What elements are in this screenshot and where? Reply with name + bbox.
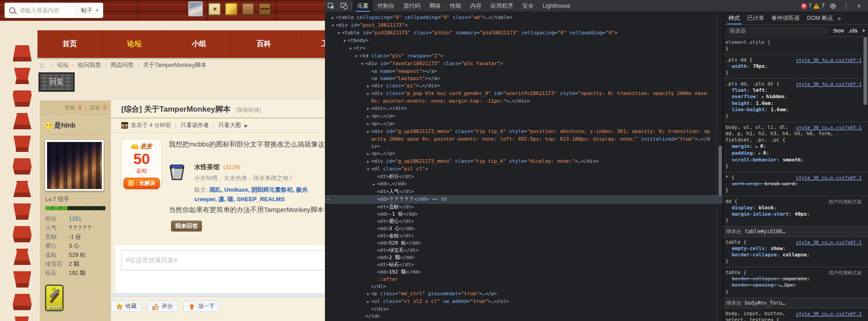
bump-button[interactable]: 顶一下 [183, 301, 220, 312]
elements-tree-node[interactable]: ▼<td class="pls" rowspan="2"> [325, 52, 723, 60]
expand-value-arrow-icon[interactable]: ▶ [780, 283, 784, 288]
elements-tree-node[interactable]: <dd>？？？？？</dd> == $0⋯ [325, 195, 723, 203]
toggle-hover-button[interactable]: :hov [833, 28, 844, 34]
author-username[interactable]: 是hlnb [54, 121, 76, 130]
tab-performance[interactable]: 性能 [445, 0, 466, 12]
elements-tree-node[interactable]: ▶<div id="g_up18621173_menu" class="tip … [325, 158, 723, 165]
expand-arrow-icon[interactable]: ▶ [365, 105, 371, 113]
moderator-links[interactable]: creeper, 凛, 喵, SHEEP_REALMS [194, 196, 285, 203]
play-arrow-icon[interactable]: ▶ [244, 123, 248, 128]
elements-tree-node[interactable]: <dd>529 粒</dd> [325, 240, 723, 247]
home-icon[interactable]: ⌂ [40, 61, 44, 69]
elements-tree-node[interactable]: </td> [325, 313, 723, 320]
elements-tree-node[interactable]: <a name="lastpost"></a> [325, 75, 723, 82]
kebab-menu-icon[interactable]: ⋮ [841, 2, 852, 9]
elements-tree-node[interactable]: <a name="newpost"></a> [325, 68, 723, 75]
elements-tree-node[interactable]: <dd>-1 份</dd> [325, 211, 723, 218]
css-rule[interactable]: style_30_co…n.css?x6f:1table {empty-cell… [723, 237, 868, 267]
elements-tree-node[interactable]: ▼<dl class="pil cl"> [325, 165, 723, 173]
elements-tree-node[interactable]: <dt>积分</dt> [325, 173, 723, 180]
css-property[interactable]: empty-cells: show; [725, 245, 862, 252]
css-property[interactable]: line-height: 1.6em; [725, 107, 862, 113]
stylesheet-link[interactable]: style_30_fo…d.css?x6f:1 [796, 57, 862, 63]
console-warnings-badge[interactable]: 7 [813, 3, 825, 9]
only-image-link[interactable]: 只看大图 [218, 122, 241, 129]
elements-tree-node[interactable]: <dt>爱心</dt> [325, 218, 723, 225]
elements-tree-node[interactable]: <dd>3 心</dd> [325, 225, 723, 232]
expand-arrow-icon[interactable]: ▶ [371, 181, 377, 188]
chevron-down-icon[interactable]: ▼ [95, 8, 103, 13]
breadcrumb-subforum[interactable]: 周边问答 [110, 61, 134, 69]
css-property[interactable]: float: left; [725, 87, 862, 94]
device-toolbar-icon[interactable] [338, 0, 350, 12]
styles-filter-input[interactable]: 筛选器 [726, 27, 828, 35]
reply-button[interactable]: 回复 [38, 72, 75, 92]
collapse-arrow-icon[interactable]: ▼ [365, 166, 371, 173]
subforum-name-link[interactable]: 水怪茶馆 [194, 163, 219, 170]
answer-button[interactable]: 我来回答 [171, 221, 202, 231]
tab-styles[interactable]: 样式 [725, 12, 744, 24]
tab-application[interactable]: 应用程序 [486, 0, 518, 12]
toggle-class-button[interactable]: .cls [849, 28, 858, 34]
css-property[interactable]: height: 1.6em; [725, 100, 862, 107]
tab-memory[interactable]: 内存 [466, 0, 486, 12]
elements-tree-node[interactable]: </dl> [325, 283, 723, 290]
elements-tree-node[interactable]: ▶<p>…</p> [325, 150, 723, 158]
expand-value-arrow-icon[interactable]: ▶ [756, 145, 760, 149]
nav-item-wiki[interactable]: 百科 [232, 30, 296, 58]
css-property[interactable]: scroll-behavior: smooth; [725, 157, 862, 163]
inherited-node-link[interactable]: body#nv_foru… [744, 300, 785, 306]
collapse-arrow-icon[interactable]: ▼ [330, 22, 336, 29]
tab-console[interactable]: 控制台 [373, 0, 399, 12]
expand-arrow-icon[interactable]: ▶ [365, 121, 371, 128]
new-style-rule-button[interactable]: + [862, 28, 865, 34]
favorite-button[interactable]: 收藏 [111, 301, 142, 312]
search-type-select[interactable]: 帖子 [77, 7, 95, 14]
elements-tree-node[interactable]: ▼<div id="post_18621173"> [325, 22, 723, 29]
console-errors-badge[interactable]: ✕ 7 [801, 3, 812, 9]
css-rule[interactable]: style_30_fo…d.css?x6f:1.pls dd, .pls dt … [723, 79, 868, 122]
mail-icon[interactable] [208, 3, 221, 15]
copy-link-button[interactable]: [复制链接] [236, 107, 261, 113]
css-property[interactable]: padding: ▶ 0; [725, 150, 862, 157]
collapse-arrow-icon[interactable]: ▼ [342, 38, 348, 45]
settings-gear-icon[interactable] [826, 0, 839, 12]
elements-tree-node[interactable]: <dt>金粒</dt> [325, 232, 723, 240]
elements-tree-node[interactable]: ▶<p>…</p> [325, 113, 723, 120]
expand-arrow-icon[interactable]: ▶ [365, 128, 371, 136]
expand-arrow-icon[interactable]: ▶ [365, 158, 371, 165]
elements-tree-node[interactable]: <dt>人气</dt> [325, 188, 723, 195]
elements-tree-node[interactable]: ▶<div class="pi">…</div> [325, 82, 723, 90]
tab-network[interactable]: 网络 [425, 0, 445, 12]
css-rule[interactable]: style_30_co…n.css?x6f:1* {word-wrap: bre… [723, 172, 868, 196]
expand-arrow-icon[interactable]: ▶ [365, 113, 371, 120]
elements-tree-node[interactable]: ▼<tr> [325, 45, 723, 52]
css-rule[interactable]: style_30_fo…d.css?x6f:1.pls dd {width: 7… [723, 55, 868, 79]
stylesheet-link[interactable]: style_30_fo…d.css?x6f:1 [796, 81, 862, 87]
expand-arrow-icon[interactable]: ▶ [365, 90, 371, 98]
css-property[interactable]: margin-inline-start: 40px; [725, 211, 862, 217]
css-rule[interactable]: 用户代理样式表dd {display: block;margin-inline-… [723, 196, 868, 227]
tab-lighthouse[interactable]: Lighthouse [538, 0, 575, 12]
tab-sources[interactable]: 源代码 [399, 0, 425, 12]
nav-item-groups[interactable]: 小组 [167, 30, 232, 58]
css-property[interactable]: word-wrap: break-word; [725, 181, 862, 187]
only-author-link[interactable]: 只看该作者 [181, 122, 209, 129]
css-rule[interactable]: 用户代理样式表table {border-collapse: separate;… [723, 267, 868, 298]
elements-tree-node[interactable]: ▼<div id="favatar18621173" class="pls fa… [325, 60, 723, 68]
expand-arrow-icon[interactable]: ▶ [365, 83, 371, 90]
breadcrumb-section[interactable]: 你问我答 [78, 61, 101, 69]
member-icon[interactable] [242, 3, 254, 15]
collapse-arrow-icon[interactable]: ▼ [359, 61, 365, 68]
css-property[interactable]: border-spacing: ▶ 2px; [725, 282, 862, 289]
elements-tree-node[interactable]: <dt>贡献</dt> [325, 203, 723, 211]
author-avatar[interactable] [45, 140, 104, 191]
moderator-links[interactable]: 混乱, Umikaze, 阴阳师元素祭祀, 极光 [209, 186, 307, 193]
expand-arrow-icon[interactable]: ▶ [365, 291, 371, 298]
elements-tree-node[interactable]: ▶<div>…</div> [325, 105, 723, 113]
stylesheet-link[interactable]: style_30_co…n.css?x6f:1 [796, 239, 862, 245]
unsolved-button[interactable]: ? 未解决 [124, 178, 160, 189]
elements-tree-node[interactable]: ▶<ul class="xl xl2 o cl" vw_added="true"… [325, 298, 723, 306]
more-tabs-icon[interactable]: » [838, 15, 841, 22]
tab-dom-breakpoints[interactable]: DOM 断点 [803, 12, 837, 24]
